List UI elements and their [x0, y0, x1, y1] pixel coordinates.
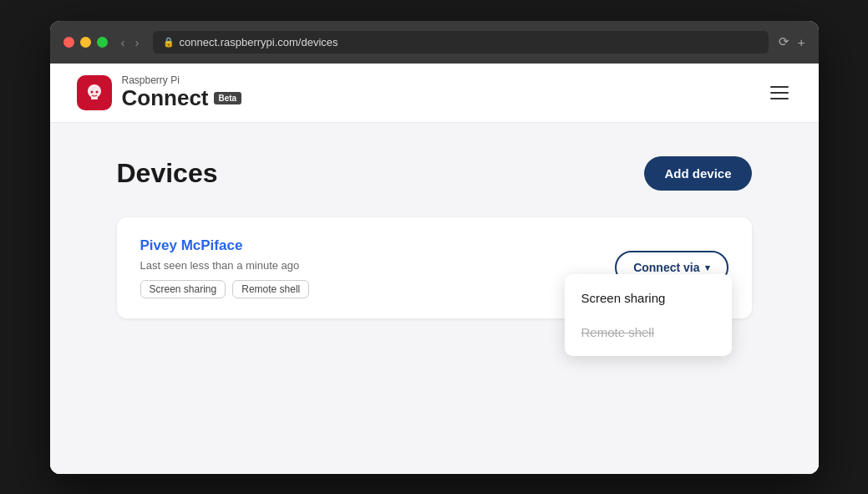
maximize-button[interactable] [97, 37, 108, 48]
hamburger-menu[interactable] [767, 83, 792, 103]
forward-arrow[interactable]: › [132, 34, 143, 50]
hamburger-line-2 [770, 92, 789, 94]
page-title: Devices [117, 158, 218, 189]
tag-screen-sharing: Screen sharing [140, 280, 226, 298]
dropdown-remote-shell: Remote shell [565, 315, 732, 349]
close-button[interactable] [63, 37, 74, 48]
hamburger-line-3 [770, 98, 789, 99]
logo-area: Raspberry Pi Connect Beta [77, 75, 242, 110]
back-arrow[interactable]: ‹ [118, 34, 129, 50]
logo-icon [77, 75, 112, 110]
site-header: Raspberry Pi Connect Beta [50, 64, 819, 123]
traffic-lights [63, 37, 108, 48]
browser-actions: ⟳ + [779, 34, 805, 49]
lock-icon: 🔒 [163, 37, 175, 48]
svg-point-0 [90, 90, 93, 93]
device-info: Pivey McPiface Last seen less than a min… [140, 237, 310, 298]
new-tab-button[interactable]: + [798, 35, 805, 49]
minimize-button[interactable] [80, 37, 91, 48]
tag-remote-shell: Remote shell [232, 280, 309, 298]
connect-via-dropdown: Screen sharing Remote shell [565, 274, 732, 356]
page-content: Raspberry Pi Connect Beta Devices Add de… [50, 64, 819, 474]
device-tags: Screen sharing Remote shell [140, 280, 310, 298]
nav-arrows: ‹ › [118, 34, 143, 50]
beta-badge: Beta [214, 92, 242, 104]
chevron-down-icon: ▾ [705, 262, 710, 273]
device-card: Pivey McPiface Last seen less than a min… [117, 217, 752, 318]
brand-name: Raspberry Pi [122, 75, 242, 86]
reload-button[interactable]: ⟳ [779, 34, 789, 49]
add-device-button[interactable]: Add device [644, 156, 751, 191]
hamburger-line-1 [770, 86, 789, 88]
svg-point-1 [95, 90, 98, 93]
device-last-seen: Last seen less than a minute ago [140, 259, 310, 272]
address-text: connect.raspberrypi.com/devices [180, 36, 338, 48]
dropdown-screen-sharing[interactable]: Screen sharing [565, 281, 732, 315]
main-content: Devices Add device Pivey McPiface Last s… [50, 123, 819, 474]
device-name-link[interactable]: Pivey McPiface [140, 237, 310, 254]
product-name: Connect Beta [122, 86, 242, 110]
address-bar[interactable]: 🔒 connect.raspberrypi.com/devices [153, 31, 769, 53]
page-header: Devices Add device [117, 156, 752, 191]
browser-window: ‹ › 🔒 connect.raspberrypi.com/devices ⟳ … [50, 21, 819, 474]
logo-text: Raspberry Pi Connect Beta [122, 75, 242, 110]
browser-chrome: ‹ › 🔒 connect.raspberrypi.com/devices ⟳ … [50, 21, 819, 64]
